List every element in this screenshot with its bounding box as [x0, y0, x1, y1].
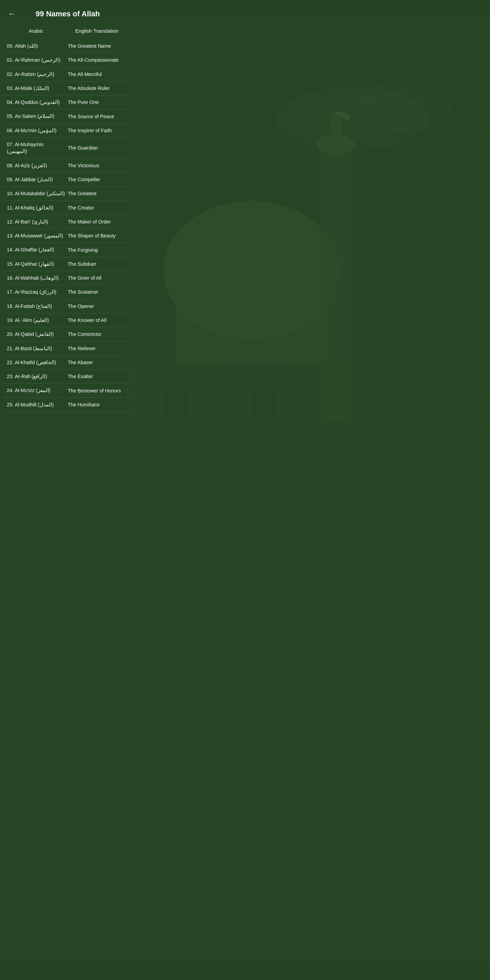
name-row[interactable]: 01. Ar-Rahman (الرحمن)The All-Compassion… — [3, 53, 130, 67]
name-arabic: 20. Al-Qabid (القابض) — [7, 331, 65, 337]
name-row[interactable]: 18. Al-Fattah (الفتاح)The Opener — [3, 299, 130, 313]
name-arabic: 24. Al-Mu'izz (المعز) — [7, 387, 65, 394]
name-row[interactable]: 11. Al-Khaliq (الخالق)The Creator — [3, 201, 130, 215]
name-english: The Maker of Order — [65, 219, 126, 224]
name-row[interactable]: 13. Al-Musawwir (المصور)The Shaper of Be… — [3, 229, 130, 243]
name-row[interactable]: 07. Al-Muhaymin (المهيمن)The Guardian — [3, 138, 130, 159]
back-button[interactable]: ← — [7, 8, 17, 20]
name-english: The Compeller — [65, 177, 126, 182]
name-english: The Greatest Name — [65, 43, 126, 49]
name-row[interactable]: 23. Ar-Rafi (الرافع)The Exalter — [3, 369, 130, 383]
english-column-header: English Translation — [67, 28, 127, 34]
name-english: The Forgiving — [65, 247, 126, 253]
name-arabic: 10. Al-Mutakabbir (المتكبر) — [7, 190, 65, 197]
name-row[interactable]: 22. Al-Khafid (الخافض)The Abaser — [3, 356, 130, 369]
name-arabic: 11. Al-Khaliq (الخالق) — [7, 204, 65, 211]
name-arabic: 22. Al-Khafid (الخافض) — [7, 359, 65, 366]
name-row[interactable]: 17. Ar-Razzaq (الرزاق)The Sustainer — [3, 285, 130, 299]
arabic-column-header: Arabic — [5, 28, 67, 34]
name-arabic: 08. Al-Aziz (العزيز) — [7, 162, 65, 169]
names-list: 00. Allah (الله)The Greatest Name01. Ar-… — [0, 39, 133, 412]
name-arabic: 07. Al-Muhaymin (المهيمن) — [7, 141, 65, 155]
name-english: The Constrictor — [65, 331, 126, 337]
name-arabic: 13. Al-Musawwir (المصور) — [7, 232, 65, 239]
name-arabic: 09. Al-Jabbar (الجبار) — [7, 176, 65, 183]
name-arabic: 23. Ar-Rafi (الرافع) — [7, 373, 65, 380]
name-english: The Knower of All — [65, 317, 126, 323]
name-arabic: 12. Al-Bari' (البارئ) — [7, 218, 65, 225]
page-title: 99 Names of Allah — [22, 10, 113, 18]
name-arabic: 05. As-Salam (السلام) — [7, 113, 65, 119]
name-english: The All-Compassionate — [65, 57, 126, 63]
name-english: The Creator — [65, 205, 126, 210]
name-english: The All-Merciful — [65, 72, 126, 77]
name-arabic: 18. Al-Fattah (الفتاح) — [7, 303, 65, 310]
name-row[interactable]: 05. As-Salam (السلام)The Source of Peace — [3, 109, 130, 123]
name-row[interactable]: 03. Al-Malik (الملك)The Absolute Ruler — [3, 81, 130, 95]
name-english: The Giver of All — [65, 275, 126, 281]
name-english: The Exalter — [65, 374, 126, 379]
name-row[interactable]: 25. Al-Mudhill (المذل)The Humiliator — [3, 398, 130, 412]
name-arabic: 21. Al-Basit (الباسط) — [7, 345, 65, 352]
name-arabic: 16. Al-Wahhab (الوهاب) — [7, 275, 65, 282]
header: ← 99 Names of Allah — [0, 0, 133, 25]
name-english: The Absolute Ruler — [65, 86, 126, 91]
name-row[interactable]: 21. Al-Basit (الباسط)The Reliever — [3, 342, 130, 356]
name-english: The Shaper of Beauty — [65, 233, 126, 239]
name-row[interactable]: 08. Al-Aziz (العزيز)The Victorious — [3, 159, 130, 173]
name-arabic: 19. Al-`Alim (العليم) — [7, 317, 65, 324]
name-english: The Greatest — [65, 191, 126, 196]
name-row[interactable]: 19. Al-`Alim (العليم)The Knower of All — [3, 313, 130, 327]
name-row[interactable]: 04. Al-Quddus (القدوس)The Pure One — [3, 95, 130, 109]
name-arabic: 25. Al-Mudhill (المذل) — [7, 401, 65, 408]
name-arabic: 15. Al-Qahhar (القهار) — [7, 261, 65, 267]
name-row[interactable]: 10. Al-Mutakabbir (المتكبر)The Greatest — [3, 187, 130, 200]
name-arabic: 02. Ar-Rahim (الرحيم) — [7, 71, 65, 78]
name-english: The Inspirer of Faith — [65, 128, 126, 133]
name-row[interactable]: 02. Ar-Rahim (الرحيم)The All-Merciful — [3, 67, 130, 81]
name-arabic: 17. Ar-Razzaq (الرزاق) — [7, 288, 65, 295]
name-arabic: 14. Al-Ghaffar (الغفار) — [7, 246, 65, 253]
name-english: The Victorious — [65, 163, 126, 168]
name-english: The Guardian — [65, 145, 126, 151]
name-english: The Bestower of Honors — [65, 388, 126, 393]
name-row[interactable]: 09. Al-Jabbar (الجبار)The Compeller — [3, 173, 130, 187]
name-english: The Pure One — [65, 99, 126, 105]
name-arabic: 00. Allah (الله) — [7, 43, 65, 49]
name-english: The Sustainer — [65, 289, 126, 295]
name-row[interactable]: 16. Al-Wahhab (الوهاب)The Giver of All — [3, 271, 130, 285]
column-headers: Arabic English Translation — [0, 25, 133, 39]
name-row[interactable]: 06. Al-Mu'min (المؤمن)The Inspirer of Fa… — [3, 124, 130, 138]
name-row[interactable]: 12. Al-Bari' (البارئ)The Maker of Order — [3, 215, 130, 229]
name-english: The Opener — [65, 304, 126, 309]
name-english: The Subduer — [65, 261, 126, 267]
name-row[interactable]: 15. Al-Qahhar (القهار)The Subduer — [3, 257, 130, 271]
name-arabic: 01. Ar-Rahman (الرحمن) — [7, 57, 65, 64]
name-row[interactable]: 20. Al-Qabid (القابض)The Constrictor — [3, 327, 130, 341]
name-english: The Humiliator — [65, 402, 126, 407]
name-row[interactable]: 24. Al-Mu'izz (المعز)The Bestower of Hon… — [3, 383, 130, 398]
name-english: The Reliever — [65, 346, 126, 351]
name-english: The Abaser — [65, 360, 126, 365]
name-arabic: 03. Al-Malik (الملك) — [7, 85, 65, 92]
name-arabic: 06. Al-Mu'min (المؤمن) — [7, 127, 65, 134]
name-row[interactable]: 00. Allah (الله)The Greatest Name — [3, 39, 130, 53]
name-row[interactable]: 14. Al-Ghaffar (الغفار)The Forgiving — [3, 243, 130, 257]
name-english: The Source of Peace — [65, 114, 126, 119]
name-arabic: 04. Al-Quddus (القدوس) — [7, 99, 65, 106]
